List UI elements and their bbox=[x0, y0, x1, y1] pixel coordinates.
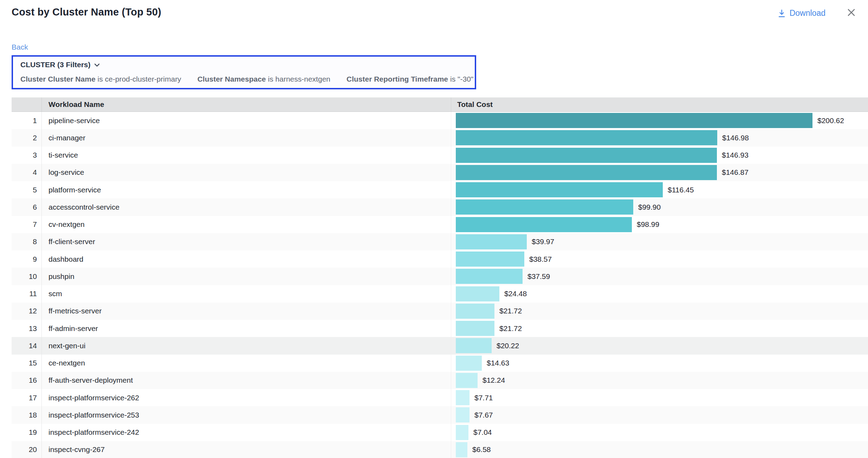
cost-bar bbox=[456, 113, 812, 128]
back-link[interactable]: Back bbox=[12, 43, 28, 51]
download-icon bbox=[778, 9, 786, 18]
table-row[interactable]: 5platform-service$116.45 bbox=[12, 181, 868, 198]
cost-value: $24.48 bbox=[504, 290, 527, 298]
table-row[interactable]: 8ff-client-server$39.97 bbox=[12, 233, 868, 250]
table-row[interactable]: 6accesscontrol-service$99.90 bbox=[12, 198, 868, 216]
cost-cell: $146.98 bbox=[451, 129, 868, 146]
filter-chip[interactable]: Cluster Cluster Nameis ce-prod-cluster-p… bbox=[20, 75, 181, 83]
top-actions: Download bbox=[778, 8, 856, 19]
workload-name: pushpin bbox=[41, 268, 451, 285]
cost-value: $7.04 bbox=[473, 428, 492, 437]
cost-bar bbox=[456, 252, 524, 267]
cost-bar bbox=[456, 217, 632, 232]
table-row[interactable]: 3ti-service$146.93 bbox=[12, 147, 868, 164]
row-rank: 2 bbox=[12, 129, 41, 146]
filter-chip[interactable]: Cluster Reporting Timeframeis "-30" bbox=[346, 75, 473, 83]
table-row[interactable]: 4log-service$146.87 bbox=[12, 164, 868, 181]
table-row[interactable]: 15ce-nextgen$14.63 bbox=[12, 355, 868, 372]
row-rank: 19 bbox=[12, 424, 41, 441]
row-rank: 3 bbox=[12, 147, 41, 164]
cost-bar bbox=[456, 148, 717, 163]
workload-name: ff-admin-server bbox=[41, 320, 451, 337]
workload-name: log-service bbox=[41, 164, 451, 181]
table-row[interactable]: 19inspect-platformservice-242$7.04 bbox=[12, 424, 868, 441]
table-row[interactable]: 7cv-nextgen$98.99 bbox=[12, 216, 868, 233]
table-row[interactable]: 2ci-manager$146.98 bbox=[12, 129, 868, 146]
cost-cell: $39.97 bbox=[451, 233, 868, 250]
row-rank: 13 bbox=[12, 320, 41, 337]
cost-bar bbox=[456, 425, 468, 440]
cost-cell: $99.90 bbox=[451, 198, 868, 216]
cost-cell: $146.87 bbox=[451, 164, 868, 181]
cost-value: $200.62 bbox=[817, 116, 844, 125]
table-row[interactable]: 18inspect-platformservice-253$7.67 bbox=[12, 406, 868, 424]
cost-table: Workload Name Total Cost 1pipeline-servi… bbox=[12, 97, 868, 458]
table-row[interactable]: 17inspect-platformservice-262$7.71 bbox=[12, 389, 868, 406]
cost-bar bbox=[456, 390, 469, 405]
close-button[interactable] bbox=[847, 8, 856, 19]
workload-name: inspect-platformservice-242 bbox=[41, 424, 451, 441]
download-button[interactable]: Download bbox=[778, 8, 825, 18]
row-rank: 8 bbox=[12, 233, 41, 250]
workload-name-column-header: Workload Name bbox=[41, 97, 451, 112]
cost-bar bbox=[456, 130, 717, 145]
cost-value: $37.59 bbox=[527, 272, 550, 281]
workload-name: ff-metrics-server bbox=[41, 303, 451, 320]
cost-value: $7.67 bbox=[474, 411, 493, 419]
cost-value: $146.98 bbox=[722, 134, 749, 142]
cost-bar bbox=[456, 373, 478, 388]
table-row[interactable]: 20inspect-cvng-267$6.58 bbox=[12, 441, 868, 458]
close-icon bbox=[847, 8, 856, 19]
cost-bar bbox=[456, 234, 527, 249]
table-row[interactable]: 14next-gen-ui$20.22 bbox=[12, 337, 868, 354]
table-row[interactable]: 10pushpin$37.59 bbox=[12, 268, 868, 285]
filter-condition: is "-30" bbox=[450, 75, 473, 83]
filter-chip[interactable]: Cluster Namespaceis harness-nextgen bbox=[197, 75, 330, 83]
row-rank: 16 bbox=[12, 372, 41, 389]
row-rank: 9 bbox=[12, 250, 41, 268]
filter-condition: is harness-nextgen bbox=[268, 75, 330, 83]
cost-cell: $7.04 bbox=[451, 424, 868, 441]
chevron-down-icon bbox=[94, 62, 100, 67]
row-rank: 1 bbox=[12, 112, 41, 129]
cost-value: $98.99 bbox=[637, 220, 659, 229]
cost-value: $20.22 bbox=[497, 342, 519, 350]
table-row[interactable]: 16ff-auth-server-deployment$12.24 bbox=[12, 372, 868, 389]
cost-cell: $7.71 bbox=[451, 389, 868, 406]
cost-cell: $116.45 bbox=[451, 181, 868, 198]
workload-name: pipeline-service bbox=[41, 112, 451, 129]
filter-group-dropdown[interactable]: CLUSTER (3 Filters) bbox=[20, 61, 100, 69]
cost-cell: $20.22 bbox=[451, 337, 868, 354]
workload-name: inspect-platformservice-262 bbox=[41, 389, 451, 406]
workload-name: inspect-platformservice-253 bbox=[41, 406, 451, 424]
cost-cell: $6.58 bbox=[451, 441, 868, 458]
cost-value: $38.57 bbox=[529, 255, 552, 263]
cost-bar bbox=[456, 182, 663, 197]
cost-bar bbox=[456, 407, 469, 422]
cost-cell: $200.62 bbox=[451, 112, 868, 129]
row-rank: 4 bbox=[12, 164, 41, 181]
row-rank: 12 bbox=[12, 303, 41, 320]
workload-name: ci-manager bbox=[41, 129, 451, 146]
row-rank: 15 bbox=[12, 355, 41, 372]
workload-name: accesscontrol-service bbox=[41, 198, 451, 216]
page-title: Cost by Cluster Name (Top 50) bbox=[12, 6, 161, 18]
cost-value: $99.90 bbox=[638, 203, 661, 211]
workload-name: inspect-cvng-267 bbox=[41, 441, 451, 458]
table-row[interactable]: 13ff-admin-server$21.72 bbox=[12, 320, 868, 337]
table-row[interactable]: 12ff-metrics-server$21.72 bbox=[12, 303, 868, 320]
cost-value: $6.58 bbox=[472, 445, 491, 454]
table-row[interactable]: 9dashboard$38.57 bbox=[12, 250, 868, 268]
download-label: Download bbox=[790, 8, 825, 18]
workload-name: platform-service bbox=[41, 181, 451, 198]
cost-cell: $21.72 bbox=[451, 303, 868, 320]
cost-cell: $12.24 bbox=[451, 372, 868, 389]
table-row[interactable]: 11scm$24.48 bbox=[12, 285, 868, 303]
cost-bar bbox=[456, 269, 523, 284]
cost-value: $146.87 bbox=[722, 168, 749, 177]
cost-value: $14.63 bbox=[487, 359, 509, 367]
table-body: 1pipeline-service$200.622ci-manager$146.… bbox=[12, 112, 868, 458]
workload-name: cv-nextgen bbox=[41, 216, 451, 233]
filter-field: Cluster Cluster Name bbox=[20, 75, 96, 83]
table-row[interactable]: 1pipeline-service$200.62 bbox=[12, 112, 868, 129]
